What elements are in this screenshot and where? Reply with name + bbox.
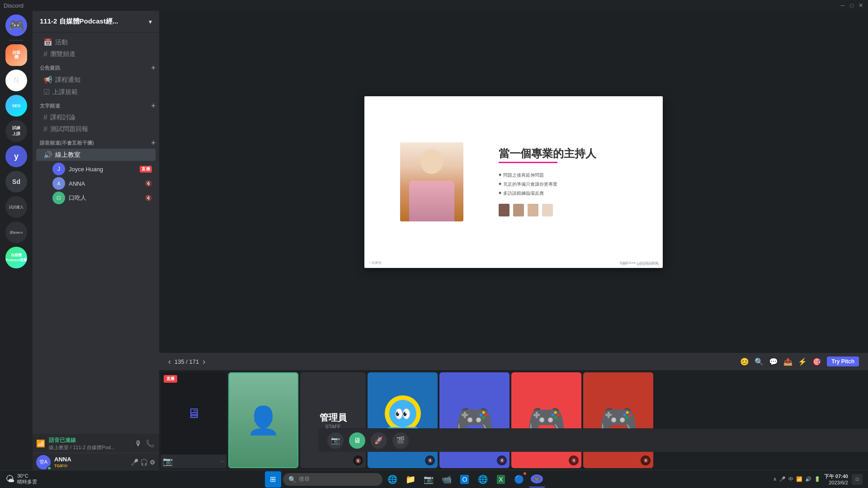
taskbar-app-video[interactable]: 📹 (439, 471, 455, 488)
category-text[interactable]: 文字頻道 + (33, 100, 159, 112)
discord-home-icon[interactable]: 🎮 (5, 14, 27, 36)
voice-disconnect-btn[interactable]: 📞 (145, 438, 156, 449)
slide-counter: 135 / 171 (175, 358, 199, 365)
server-icon-seo[interactable]: SEO (5, 95, 27, 117)
screen-share-button[interactable]: 🖥 (349, 432, 365, 449)
channel-item-bug[interactable]: # 測試問題回報 (36, 123, 156, 135)
emoji-tool-button[interactable]: 😊 (740, 357, 749, 366)
channel-item-browse[interactable]: # 瀏覽頻道 (36, 48, 156, 60)
clip-button[interactable]: 🎬 (392, 432, 409, 449)
server-icon-podcast2[interactable]: 自媒體Podcast程業 (5, 247, 27, 268)
search-bar[interactable]: 🔍 搜尋 (283, 473, 382, 486)
title-bar-title: Discord (4, 2, 24, 9)
weather-text: 30°C 晴時多雲 (17, 473, 37, 485)
video-tile-blue-char: 👀 🔇 (368, 372, 438, 468)
mute-button[interactable]: 🎤 (131, 459, 138, 466)
server-icon-notion[interactable]: N (5, 70, 27, 91)
next-slide-button[interactable]: › (203, 357, 205, 366)
voice-user-other[interactable]: 口 口吃人 🔇 (36, 191, 156, 205)
activity-button[interactable]: 🚀 (371, 432, 387, 449)
maximize-button[interactable]: □ (848, 2, 855, 9)
channel-item-activity[interactable]: 📅 活動 (36, 36, 156, 48)
server-icon-podcast[interactable]: 自媒體 (5, 44, 27, 66)
add-channel-icon[interactable]: + (151, 64, 156, 72)
taskbar-app-excel[interactable]: X (493, 471, 509, 488)
category-announcement[interactable]: 公告資訊 + (33, 62, 159, 74)
prev-slide-button[interactable]: ‹ (168, 357, 171, 366)
fullscreen-tool-button[interactable]: ⚡ (798, 357, 807, 366)
close-button[interactable]: ✕ (857, 2, 864, 9)
chat-tool-button[interactable]: 💬 (769, 357, 778, 366)
add-channel-icon[interactable]: + (151, 102, 156, 110)
search-tool-button[interactable]: 🔍 (755, 357, 764, 366)
taskbar-center: ⊞ 🔍 搜尋 🌐 📁 📷 📹 O 🌐 X 🔵 (265, 471, 545, 488)
server-name: 111-2 自媒體Podcast經... (40, 17, 118, 26)
clock-time: 下午 07:40 (824, 473, 848, 480)
channel-item-discussion[interactable]: # 課程討論 (36, 112, 156, 123)
server-icon-password[interactable]: 的ssw:o (5, 221, 27, 243)
user-details: ANNA TGIF!!! (54, 456, 127, 468)
main-content: 當一個專業的主持人 問題之後再延伸問題 充足的準備只會讓你更專業 多訪談鍛鍊臨場… (159, 11, 868, 470)
voice-user-joyce[interactable]: J Joyce Huang 直播 (36, 162, 156, 176)
color-swatch-4 (542, 204, 553, 216)
slide-bullet-2: 充足的準備只會讓你更專業 (499, 181, 654, 188)
voice-bar: 📷 🖥 🚀 🎬 (318, 428, 868, 452)
channel-item-classroom[interactable]: 🔊 線上教室 (36, 149, 156, 161)
excel-icon: X (497, 475, 505, 484)
taskbar-app-chrome[interactable]: 🌐 (475, 471, 491, 488)
present-tool-button[interactable]: 🎯 (812, 357, 821, 366)
taskbar-app-colorful[interactable]: 🔵 (511, 471, 527, 488)
voice-user-anna[interactable]: A ANNA 🔇 (36, 176, 156, 191)
speaker-icon: 🔊 (43, 150, 52, 159)
share-tool-button[interactable]: 📤 (783, 357, 793, 366)
channel-item-rules[interactable]: ☑ 上課規範 (36, 86, 156, 98)
staff-tile-content: 管理員 STAFF (320, 412, 347, 429)
channel-item-notice[interactable]: 📢 課程通知 (36, 74, 156, 86)
server-header[interactable]: 111-2 自媒體Podcast經... ▾ (33, 11, 159, 33)
camera-icon: 📷 (163, 456, 173, 466)
category-voice[interactable]: 語音頻道(不會互相干擾) + (33, 137, 159, 149)
add-channel-icon[interactable]: + (151, 139, 156, 147)
voice-deafen-btn[interactable]: 🎙 (134, 438, 143, 449)
user-avatar-other: 口 (52, 192, 65, 204)
expand-tray-icon[interactable]: ∧ (773, 476, 777, 482)
slide-content: 當一個專業的主持人 問題之後再延伸問題 充足的準備只會讓你更專業 多訪談鍛鍊臨場… (364, 96, 663, 268)
section-text: 文字頻道 + # 課程討論 # 測試問題回報 (33, 100, 159, 135)
taskbar-right: ∧ 🎤 中 📶 🔊 🔋 下午 07:40 2023/6/2 ⊡ (773, 473, 863, 485)
color-swatch-1 (499, 204, 509, 216)
taskbar-app-files[interactable]: 📁 (402, 471, 419, 488)
volume-icon[interactable]: 🔊 (805, 476, 811, 482)
screen-preview: 🖥 (161, 372, 226, 455)
video-tile-discord1: 🎮 🔇 (439, 372, 509, 468)
camera-toggle-button[interactable]: 📷 (327, 432, 344, 449)
taskbar-app-outlook[interactable]: O (457, 471, 473, 488)
try-pitch-button[interactable]: Try Pitch (827, 357, 859, 366)
mute-icon: 🔇 (145, 180, 152, 187)
clock-date: 2023/6/2 (824, 480, 848, 485)
system-clock[interactable]: 下午 07:40 2023/6/2 (824, 473, 848, 485)
start-button[interactable]: ⊞ (265, 471, 281, 488)
wifi-icon[interactable]: 📶 (796, 476, 802, 482)
deafen-button[interactable]: 🎧 (140, 459, 148, 466)
taskbar-app-edge[interactable]: 🌐 (384, 471, 401, 488)
channel-label: 課程討論 (50, 113, 75, 122)
server-icon-test2[interactable]: 試試建入 (5, 196, 27, 218)
channel-label: 課程通知 (55, 76, 80, 84)
language-icon[interactable]: 中 (788, 476, 793, 483)
video-tile-joyce: 👤 (228, 372, 298, 468)
battery-icon[interactable]: 🔋 (814, 476, 821, 482)
discord3-content: 🎮 (583, 372, 653, 468)
mute-slash-icon: 🔇 (428, 458, 433, 463)
server-icon-sd[interactable]: Sd (5, 171, 27, 192)
taskbar-app-camera[interactable]: 📷 (420, 471, 437, 488)
server-icon-y[interactable]: y (5, 145, 27, 167)
settings-button[interactable]: ⚙ (150, 459, 156, 466)
server-icon-test[interactable]: 試練上課 (5, 120, 27, 142)
voice-status-text: 語音已連線 線上教室 / 111-2 自媒體Pod... (49, 436, 130, 451)
taskbar-app-discord[interactable]: 🎮 (529, 471, 545, 488)
calendar-icon: 📅 (43, 38, 52, 47)
video-tile-staff: 管理員 STAFF 🔇 (300, 372, 366, 468)
mic-sys-icon[interactable]: 🎤 (779, 476, 786, 482)
show-desktop-button[interactable]: ⊡ (852, 474, 863, 485)
minimize-button[interactable]: ─ (839, 2, 846, 9)
